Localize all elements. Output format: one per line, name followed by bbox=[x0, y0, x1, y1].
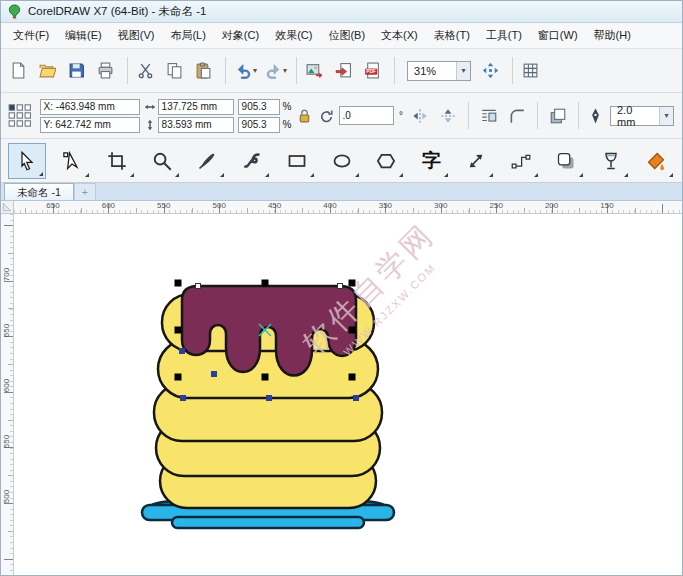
dimension-tool[interactable] bbox=[457, 143, 495, 179]
pick-tool[interactable] bbox=[8, 143, 46, 179]
object-position-grid[interactable] bbox=[7, 102, 33, 129]
flyout-indicator bbox=[85, 173, 89, 177]
publish-pdf-button[interactable]: PDF bbox=[361, 56, 388, 86]
print-button[interactable] bbox=[94, 56, 121, 86]
flyout-indicator bbox=[669, 173, 673, 177]
menu-item-11[interactable]: 窗口(W) bbox=[530, 23, 586, 48]
handle-top-left[interactable] bbox=[175, 280, 182, 287]
mirror-vertical-button[interactable] bbox=[436, 104, 460, 128]
plate-base[interactable] bbox=[172, 517, 364, 528]
rotation-icon bbox=[318, 107, 335, 125]
object-width-icon bbox=[144, 101, 156, 113]
object-height-field[interactable]: 83.593 mm bbox=[158, 117, 234, 133]
menu-item-2[interactable]: 编辑(E) bbox=[57, 23, 110, 48]
flyout-indicator bbox=[489, 173, 493, 177]
artistic-media-tool[interactable] bbox=[233, 143, 271, 179]
transparency-tool[interactable] bbox=[592, 143, 630, 179]
freehand-tool-icon bbox=[197, 151, 217, 171]
menu-item-5[interactable]: 对象(C) bbox=[214, 23, 267, 48]
ellipse-tool[interactable] bbox=[323, 143, 361, 179]
handle-bottom-right[interactable] bbox=[349, 374, 356, 381]
crop-tool[interactable] bbox=[98, 143, 136, 179]
workspace: 650600550500450400350300250200150 700650… bbox=[1, 201, 682, 576]
save-button[interactable] bbox=[65, 56, 92, 86]
menu-item-3[interactable]: 视图(V) bbox=[110, 23, 163, 48]
flyout-indicator bbox=[175, 173, 179, 177]
y-label: Y: bbox=[44, 119, 53, 130]
paste-button[interactable] bbox=[192, 56, 219, 86]
pan-tool-icon bbox=[482, 62, 499, 79]
export-button[interactable] bbox=[332, 56, 359, 86]
chevron-down-icon[interactable]: ▾ bbox=[253, 67, 257, 75]
canvas[interactable]: 软件自学网 WWW.RJZXW.COM bbox=[14, 214, 682, 576]
object-width-field[interactable]: 137.725 mm bbox=[158, 99, 234, 115]
shape-tool-icon bbox=[62, 151, 82, 171]
v-ruler-number: 550 bbox=[2, 430, 11, 452]
copy-button[interactable] bbox=[163, 56, 190, 86]
dimension-tool-icon bbox=[466, 151, 486, 171]
outline-width-combo[interactable]: 2.0 mm ▾ bbox=[610, 106, 674, 126]
handle-bottom-left[interactable] bbox=[175, 374, 182, 381]
drop-shadow-tool[interactable] bbox=[547, 143, 585, 179]
menu-item-8[interactable]: 文本(X) bbox=[373, 23, 426, 48]
corner-options-button[interactable] bbox=[505, 104, 529, 128]
smart-fill-tool[interactable] bbox=[637, 143, 675, 179]
menu-item-7[interactable]: 位图(B) bbox=[320, 23, 373, 48]
snap-grid-button[interactable] bbox=[519, 56, 546, 86]
ruler-origin[interactable] bbox=[1, 201, 14, 214]
flyout-indicator bbox=[534, 173, 538, 177]
vertical-ruler[interactable]: 700650600550500 bbox=[1, 214, 14, 576]
toolbar-separator bbox=[127, 57, 128, 84]
h-ruler-number: 150 bbox=[596, 201, 618, 210]
menu-item-9[interactable]: 表格(T) bbox=[426, 23, 478, 48]
handle-mid-right[interactable] bbox=[349, 327, 356, 334]
shape-tool[interactable] bbox=[53, 143, 91, 179]
mirror-horizontal-button[interactable] bbox=[408, 104, 432, 128]
h-ruler-number: 350 bbox=[374, 201, 396, 210]
chevron-down-icon[interactable]: ▾ bbox=[659, 107, 673, 125]
pancake-illustration[interactable] bbox=[14, 214, 682, 576]
rectangle-tool[interactable] bbox=[278, 143, 316, 179]
pan-tool-button[interactable] bbox=[479, 56, 506, 86]
chevron-down-icon[interactable]: ▾ bbox=[283, 67, 287, 75]
lock-ratio-icon[interactable] bbox=[296, 107, 313, 125]
cut-button[interactable] bbox=[134, 56, 161, 86]
x-label: X: bbox=[44, 101, 53, 112]
zoom-level-combo[interactable]: 31%▾ bbox=[407, 61, 471, 81]
open-folder-button[interactable] bbox=[36, 56, 63, 86]
object-height-icon bbox=[144, 119, 156, 131]
scale-x-field[interactable]: 905.3 bbox=[238, 99, 280, 115]
import-button[interactable] bbox=[303, 56, 330, 86]
h-ruler-number: 550 bbox=[153, 201, 175, 210]
propbar-separator bbox=[468, 102, 469, 129]
horizontal-ruler[interactable]: 650600550500450400350300250200150 bbox=[14, 201, 682, 214]
menu-item-1[interactable]: 文件(F) bbox=[5, 23, 57, 48]
wrap-text-button[interactable] bbox=[477, 104, 501, 128]
h-ruler-number: 500 bbox=[208, 201, 230, 210]
text-tool[interactable]: 字 bbox=[412, 143, 450, 179]
zoom-tool[interactable] bbox=[143, 143, 181, 179]
order-objects-button[interactable] bbox=[546, 104, 570, 128]
menu-item-4[interactable]: 布局(L) bbox=[162, 23, 213, 48]
scale-y-field[interactable]: 905.3 bbox=[238, 117, 280, 133]
object-y-field[interactable]: Y: 642.742 mm bbox=[40, 117, 140, 133]
chevron-down-icon[interactable]: ▾ bbox=[456, 62, 470, 80]
polygon-tool[interactable] bbox=[368, 143, 406, 179]
handle-top-right[interactable] bbox=[349, 280, 356, 287]
menu-item-10[interactable]: 工具(T) bbox=[478, 23, 530, 48]
new-tab-button[interactable]: + bbox=[74, 183, 96, 200]
menu-item-6[interactable]: 效果(C) bbox=[267, 23, 320, 48]
freehand-tool[interactable] bbox=[188, 143, 226, 179]
undo-button[interactable]: ▾ bbox=[232, 56, 260, 86]
menu-item-12[interactable]: 帮助(H) bbox=[586, 23, 639, 48]
new-document-button[interactable] bbox=[7, 56, 34, 86]
handle-mid-left[interactable] bbox=[175, 327, 182, 334]
handle-bottom-center[interactable] bbox=[262, 374, 269, 381]
redo-button[interactable]: ▾ bbox=[262, 56, 290, 86]
connector-tool[interactable] bbox=[502, 143, 540, 179]
rotation-angle-field[interactable]: .0 bbox=[339, 106, 394, 125]
handle-top-center[interactable] bbox=[262, 280, 269, 287]
svg-text:PDF: PDF bbox=[366, 69, 376, 74]
document-tab[interactable]: 未命名 -1 bbox=[4, 183, 74, 200]
object-x-field[interactable]: X: -463.948 mm bbox=[40, 99, 140, 115]
